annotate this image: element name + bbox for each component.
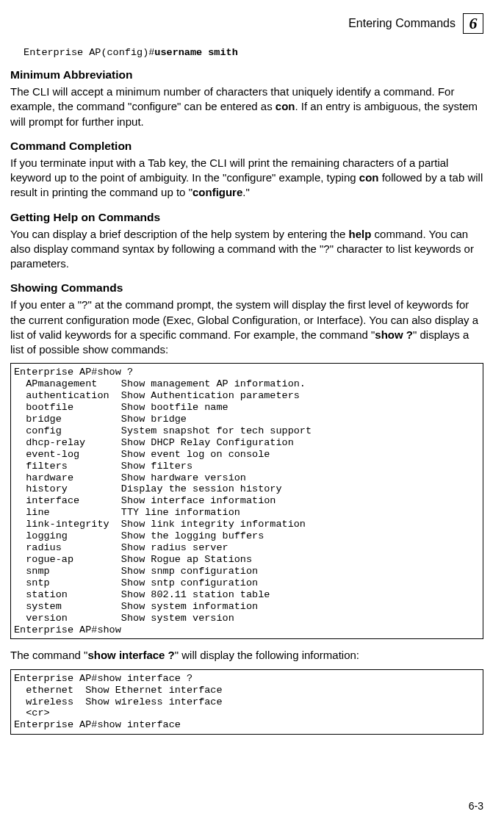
chapter-number-box: 6 [463, 13, 483, 34]
section-body-showing: If you enter a "?" at the command prompt… [10, 298, 483, 357]
code-block-show-interface: Enterprise AP#show interface ? ethernet … [10, 669, 483, 735]
section-heading-abbreviation: Minimum Abbreviation [10, 68, 483, 82]
section-heading-completion: Command Completion [10, 140, 483, 153]
example-command-line: Enterprise AP(config)#username smith [10, 47, 483, 58]
section-heading-help: Getting Help on Commands [10, 211, 483, 224]
page-number: 6-3 [469, 800, 483, 812]
header-title: Entering Commands [348, 17, 456, 30]
code-block-show-commands: Enterprise AP#show ? APmanagement Show m… [10, 363, 483, 639]
section-body-help: You can display a brief description of t… [10, 227, 483, 272]
chapter-number: 6 [469, 14, 478, 33]
section-heading-showing: Showing Commands [10, 281, 483, 295]
command-text: username smith [154, 47, 237, 58]
prompt-text: Enterprise AP(config)# [18, 47, 154, 58]
section-body-completion: If you terminate input with a Tab key, t… [10, 156, 483, 201]
section-body-show-interface: The command "show interface ?" will disp… [10, 648, 483, 663]
section-body-abbreviation: The CLI will accept a minimum number of … [10, 84, 483, 129]
page-header: Entering Commands 6 [10, 13, 483, 34]
